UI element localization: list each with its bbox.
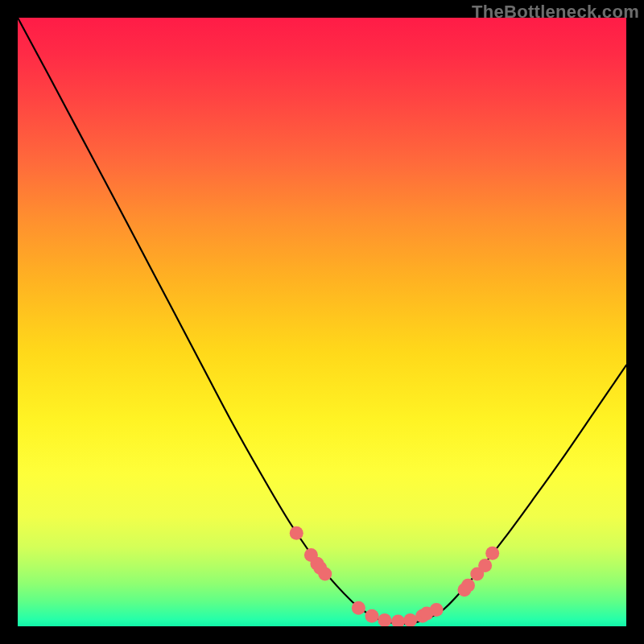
data-point [461, 579, 475, 592]
watermark-label: TheBottleneck.com [472, 2, 639, 23]
data-point [478, 559, 492, 572]
data-point [352, 601, 365, 615]
bottleneck-curve [18, 18, 626, 624]
data-point [403, 613, 417, 626]
chart-frame [18, 18, 626, 626]
data-point [391, 614, 405, 626]
data-point [290, 526, 303, 540]
data-point [365, 609, 378, 623]
data-point [430, 603, 444, 617]
data-point [485, 547, 499, 560]
data-point [378, 613, 391, 626]
data-point [318, 567, 332, 580]
chart-svg [18, 18, 626, 626]
